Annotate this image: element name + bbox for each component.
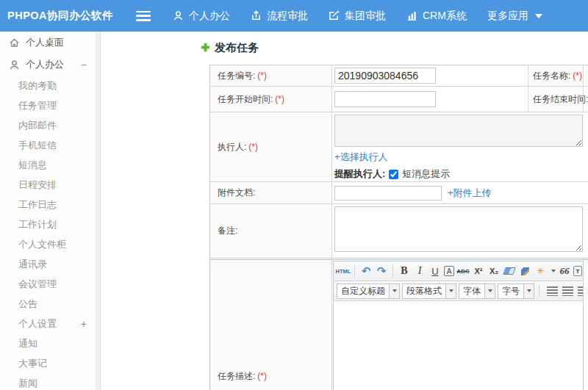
description-row: 任务描述:(*) HTML↶↷BIUAABCX²X₂✳66TA 自定义标题段落格… <box>210 260 588 390</box>
caret-down-icon[interactable] <box>445 284 456 298</box>
italic-button[interactable]: I <box>413 264 426 278</box>
nav-item-集团审批[interactable]: 集团审批 <box>329 10 386 23</box>
editor-content-area[interactable] <box>334 301 583 390</box>
person-icon <box>9 59 20 71</box>
blockquote-button[interactable]: 66 <box>558 264 571 278</box>
editor-toolbar-row1: HTML↶↷BIUAABCX²X₂✳66TA <box>334 261 583 281</box>
end-time-label: 任务结束时间:(*) <box>528 87 584 112</box>
remove-format-button[interactable] <box>503 264 516 278</box>
sidebar-item-通讯录[interactable]: 通讯录 <box>0 254 100 274</box>
top-nav: 个人办公流程审批集团审批CRM系统更多应用 <box>173 10 542 23</box>
page-title-text: 发布任务 <box>215 41 259 55</box>
font-family-select[interactable]: 字体 <box>459 284 495 299</box>
caret-down-icon[interactable] <box>551 270 556 272</box>
person-icon <box>173 10 184 21</box>
sidebar-item-日程安排[interactable]: 日程安排 <box>0 175 100 195</box>
task-form-table: 任务编号:(*) 任务名称:(*) 任务开始时间:(*) 任务结束时 <box>209 65 588 259</box>
align-left-button[interactable] <box>547 286 558 296</box>
sidebar-item-任务管理[interactable]: 任务管理 <box>0 95 100 115</box>
redo-button[interactable]: ↷ <box>375 264 388 278</box>
undo-button[interactable]: ↶ <box>359 264 373 278</box>
task-name-cell <box>584 65 588 86</box>
underline-button[interactable]: U <box>429 264 442 278</box>
start-time-label: 任务开始时间:(*) <box>210 87 332 112</box>
task-no-cell <box>332 65 528 86</box>
caret-down-icon[interactable] <box>484 284 495 298</box>
char-border-button[interactable]: A <box>444 266 454 276</box>
toolbar-separator <box>539 285 539 297</box>
menu-toggle-icon[interactable] <box>136 11 151 21</box>
strikethrough-button[interactable]: ABC <box>456 264 470 278</box>
sidebar-item-我的考勤[interactable]: 我的考勤 <box>0 76 100 95</box>
task-no-input[interactable] <box>334 68 436 84</box>
top-header: PHPOA协同办公软件 个人办公流程审批集团审批CRM系统更多应用 <box>0 0 588 32</box>
subscript-button[interactable]: X₂ <box>487 264 501 278</box>
remark-label: 备注: <box>210 204 332 258</box>
nav-item-流程审批[interactable]: 流程审批 <box>251 10 308 23</box>
caret-down-icon[interactable] <box>389 284 399 298</box>
executor-label: 执行人:(*) <box>210 112 332 181</box>
align-right-button[interactable] <box>578 286 583 296</box>
sidebar-item-工作日志[interactable]: 工作日志 <box>0 195 100 214</box>
paragraph-format-select[interactable]: 段落格式 <box>402 284 456 299</box>
flow-approve-icon <box>251 10 262 21</box>
end-time-cell <box>584 87 588 112</box>
sidebar-item-个人桌面[interactable]: 个人桌面 <box>0 32 100 54</box>
font-size-select[interactable]: 字号 <box>498 284 534 299</box>
sidebar-item-会议管理[interactable]: 会议管理 <box>0 274 100 294</box>
description-cell: HTML↶↷BIUAABCX²X₂✳66TA 自定义标题段落格式字体字号 <box>332 260 588 390</box>
start-time-input[interactable] <box>334 91 436 107</box>
add-icon <box>201 42 210 55</box>
attachment-upload-link[interactable]: +附件上传 <box>448 187 492 200</box>
task-name-label: 任务名称:(*) <box>528 65 584 86</box>
remark-row: 备注: <box>210 204 588 258</box>
nav-item-个人办公[interactable]: 个人办公 <box>173 10 230 23</box>
sidebar-item-工作计划[interactable]: 工作计划 <box>0 214 100 234</box>
remark-cell <box>332 204 588 258</box>
rich-text-editor: HTML↶↷BIUAABCX²X₂✳66TA 自定义标题段落格式字体字号 <box>333 261 584 390</box>
attachment-label: 附件文档: <box>210 182 332 203</box>
main-content: 发布任务 任务编号:(*) 任务名称:(*) 任务开始时间:(*) <box>101 32 588 390</box>
superscript-button[interactable]: X² <box>472 264 485 278</box>
toolbar-separator <box>354 265 355 278</box>
remark-textarea[interactable] <box>334 206 583 252</box>
toolbar-separator <box>392 265 393 278</box>
sidebar-scrollbar[interactable] <box>96 32 100 390</box>
sidebar-item-大事记[interactable]: 大事记 <box>0 353 100 373</box>
editor-toolbar-row2: 自定义标题段落格式字体字号 <box>334 281 583 301</box>
caret-down-icon[interactable] <box>523 284 534 298</box>
align-center-button[interactable] <box>562 286 573 296</box>
remind-executor-label: 提醒执行人: <box>334 167 385 181</box>
nav-item-CRM系统[interactable]: CRM系统 <box>406 10 467 23</box>
source-button[interactable]: HTML <box>337 264 350 278</box>
sidebar-item-手机短信[interactable]: 手机短信 <box>0 135 100 155</box>
sidebar-item-个人设置[interactable]: 个人设置+ <box>0 314 100 333</box>
autotypeset-button[interactable]: ✳ <box>534 264 547 278</box>
sms-remind-checkbox[interactable] <box>389 170 398 179</box>
sidebar: 个人桌面个人办公−我的考勤任务管理内部邮件手机短信短消息日程安排工作日志工作计划… <box>0 32 101 390</box>
expand-icon[interactable]: + <box>81 318 87 330</box>
bold-button[interactable]: B <box>398 264 411 278</box>
sidebar-item-公告[interactable]: 公告 <box>0 294 100 314</box>
sidebar-item-个人办公[interactable]: 个人办公− <box>0 54 100 76</box>
sidebar-item-内部邮件[interactable]: 内部邮件 <box>0 115 100 135</box>
edit-square-icon <box>329 10 340 21</box>
paste-text-button[interactable]: T <box>573 266 582 276</box>
sidebar-item-短消息[interactable]: 短消息 <box>0 155 100 175</box>
format-brush-button[interactable] <box>518 264 531 278</box>
custom-title-select[interactable]: 自定义标题 <box>337 284 400 299</box>
task-no-row: 任务编号:(*) 任务名称:(*) <box>210 65 588 87</box>
sidebar-item-新闻[interactable]: 新闻 <box>0 373 100 390</box>
caret-down-icon <box>535 14 542 18</box>
sidebar-item-通知[interactable]: 通知 <box>0 333 100 353</box>
collapse-icon[interactable]: − <box>81 59 87 71</box>
sidebar-item-个人文件柜[interactable]: 个人文件柜 <box>0 234 100 254</box>
nav-item-更多应用[interactable]: 更多应用 <box>487 10 542 23</box>
app-logo: PHPOA协同办公软件 <box>0 9 136 23</box>
task-no-label: 任务编号:(*) <box>210 65 332 86</box>
executor-row: 执行人:(*) +选择执行人 提醒执行人: 短消息提示 <box>210 112 588 182</box>
executor-textarea[interactable] <box>334 115 583 147</box>
attachment-input[interactable] <box>334 186 442 201</box>
home-icon <box>9 37 20 48</box>
choose-executor-link[interactable]: +选择执行人 <box>334 151 388 162</box>
